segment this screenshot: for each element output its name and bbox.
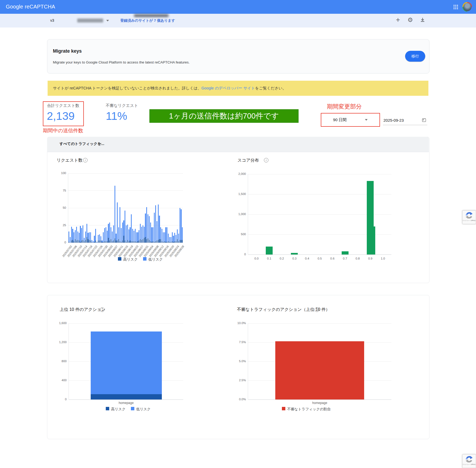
bar-low-risk — [77, 231, 78, 240]
redacted-smudge — [134, 14, 168, 17]
bar-high-risk — [127, 240, 128, 243]
bar-low-risk — [83, 225, 83, 240]
y-tick-label: 75 — [52, 189, 66, 192]
y-tick-label: 1,000 — [232, 212, 246, 216]
period-chevron-icon — [365, 119, 368, 121]
calendar-icon[interactable] — [422, 118, 426, 123]
bar-low-risk — [137, 232, 138, 241]
settings-gear-icon[interactable]: ⚙ — [408, 16, 413, 24]
bar-low-risk — [150, 222, 151, 241]
bar-low-risk — [167, 227, 167, 242]
banner-text-after: をご覧ください。 — [255, 86, 286, 91]
y-tick-label: 1,200 — [52, 340, 67, 344]
bar-low-risk — [127, 225, 128, 240]
y-tick-label: 1,600 — [52, 321, 67, 325]
recaptcha-logo-icon — [465, 455, 473, 463]
bar-high-risk — [122, 240, 123, 243]
add-site-icon[interactable]: + — [396, 16, 400, 24]
top-actions-info-icon[interactable]: i — [100, 307, 104, 312]
bar-low-risk — [151, 227, 152, 242]
bar-low-risk — [76, 227, 77, 240]
y-tick-label: 7.5% — [232, 340, 246, 344]
bar-high-risk — [176, 241, 176, 243]
bar-low-risk — [88, 233, 88, 239]
bar-low-risk — [180, 208, 180, 240]
migrate-button[interactable]: 移行 — [405, 51, 425, 62]
traffic-filter-chevron-icon[interactable] — [99, 143, 102, 145]
bar-high-risk — [167, 242, 167, 243]
badge-privacy-terms[interactable]: プライバシー - 利用規約 — [463, 464, 476, 465]
score-chart-title: スコア分布 — [237, 158, 259, 163]
traffic-filter-select[interactable]: すべてのトラフィックを... — [59, 142, 104, 146]
bar-low-risk — [162, 229, 162, 241]
bar-score — [342, 251, 349, 255]
gridline — [248, 323, 391, 324]
recaptcha-badge[interactable]: プライバシー - 利用規約 — [462, 210, 476, 224]
avatar[interactable] — [463, 2, 472, 12]
bar-high-risk — [126, 242, 127, 243]
total-requests-label: 合計リクエスト数 — [47, 103, 79, 108]
bar-high-risk — [86, 237, 87, 243]
suspicious-actions-info-icon[interactable]: i — [315, 307, 319, 312]
bar-low-risk — [139, 230, 139, 240]
bar-high-risk — [172, 241, 173, 243]
bar-high-risk — [103, 242, 104, 243]
bar-high-risk — [111, 239, 111, 243]
bar-low-risk — [120, 207, 120, 241]
bar-high-risk — [174, 241, 175, 243]
bar-low-risk — [75, 230, 76, 239]
y-tick-label: 0.0% — [232, 398, 246, 401]
date-underline — [383, 125, 427, 125]
requests-info-icon[interactable]: i — [83, 158, 88, 162]
x-tick-label: 0.3 — [290, 257, 298, 260]
bar-high-risk — [150, 241, 151, 243]
x-tick-label: 0.4 — [303, 257, 311, 260]
period-range-select[interactable]: 90 日間 — [321, 113, 380, 127]
bar-low-risk — [111, 227, 111, 239]
developer-site-link[interactable]: Google のデベロッパー サイト — [202, 86, 255, 91]
bar-high-risk — [109, 240, 110, 243]
bar-high-risk — [106, 241, 106, 243]
bar-low-risk — [86, 224, 87, 237]
migrate-keys-card — [47, 39, 429, 74]
bar-high-risk — [148, 238, 148, 243]
bar-low-risk — [176, 235, 176, 241]
badge-privacy-terms[interactable]: プライバシー - 利用規約 — [463, 220, 476, 221]
y-tick-label: 5.0% — [232, 360, 246, 363]
apps-grid-icon[interactable] — [453, 4, 458, 11]
site-name-redacted[interactable] — [77, 19, 103, 22]
x-tick-label: 0.2 — [278, 257, 286, 260]
bar-low-risk — [172, 232, 173, 241]
score-info-icon[interactable]: i — [264, 158, 268, 162]
y-tick-label: 25 — [52, 224, 66, 227]
bar-high-risk — [68, 242, 69, 243]
bar-low-risk — [135, 229, 136, 241]
bar-low-risk — [91, 331, 162, 394]
x-tick-label: 0.7 — [341, 257, 349, 260]
bar-low-risk — [93, 241, 94, 243]
bar-low-risk — [163, 232, 164, 242]
bar-low-risk — [164, 232, 165, 241]
bar-low-risk — [72, 229, 73, 240]
y-tick-label: 800 — [52, 360, 67, 363]
end-date-field[interactable]: 2025-09-23 — [383, 118, 404, 122]
registered-sites-link[interactable]: 登録済みのサイトが 7 個あります — [120, 18, 175, 23]
period-range-value: 90 日間 — [333, 117, 347, 122]
bar-high-risk — [178, 241, 179, 243]
download-icon[interactable] — [420, 17, 425, 23]
bar-high-risk — [91, 394, 162, 399]
recaptcha-badge-bottom[interactable]: プライバシー - 利用規約 — [462, 454, 476, 468]
y-tick-label: 0 — [232, 253, 246, 256]
bar-high-risk — [171, 242, 171, 243]
bar-high-risk — [145, 237, 146, 243]
bar-high-risk — [117, 240, 118, 243]
bar-high-risk — [116, 240, 116, 243]
bar-high-risk — [91, 242, 92, 243]
site-dropdown-chevron-icon[interactable] — [106, 20, 109, 21]
suspicious-category-label: homepage — [306, 401, 333, 405]
bar-low-risk — [173, 236, 174, 242]
bar-high-risk — [98, 240, 99, 243]
actions-category-label: homepage — [113, 401, 139, 405]
bar-high-risk — [153, 241, 153, 243]
y-axis-line — [68, 173, 68, 243]
